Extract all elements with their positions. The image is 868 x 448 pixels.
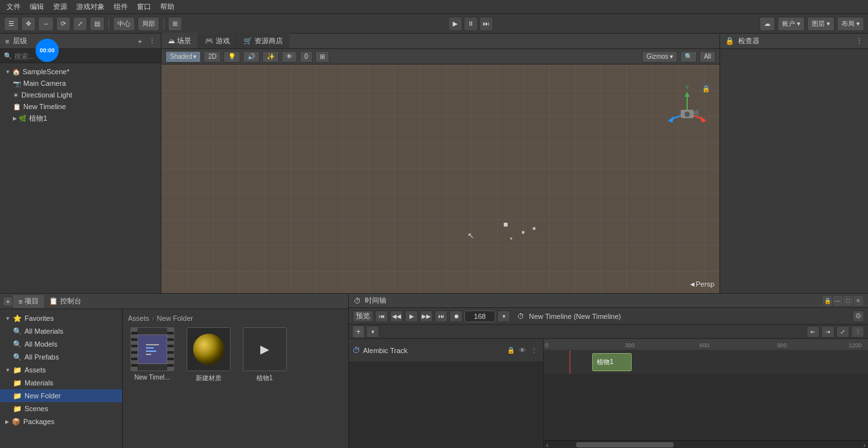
tl-dropdown-arrow[interactable]: ▾ [497,311,510,322]
tl-track-zoom-btn[interactable]: ⤢ [836,326,849,338]
proj-assets[interactable]: ▼ 📁 Assets [0,363,122,376]
scene-gizmo[interactable]: 🔒 Y [661,84,713,136]
asset-new-timeline[interactable]: New Timel... [128,327,176,383]
hierarchy-add-btn[interactable]: + [138,37,142,45]
tab-project[interactable]: ≡ 项目 [13,295,43,308]
new-folder-label: New Folder [25,392,61,400]
transform-move[interactable]: ✥ [21,17,36,31]
transform-rect[interactable]: ⤢ [73,17,87,31]
tl-min-btn[interactable]: — [833,296,842,305]
tl-track-settings-btn[interactable]: ⋮ [851,326,864,338]
center-btn[interactable]: 中心 [113,17,135,31]
layout-btn[interactable]: 布局 ▾ [837,17,864,31]
breadcrumb-folder[interactable]: New Folder [157,314,193,322]
tl-record-btn[interactable]: ⏺ [450,311,462,322]
hier-item-plant[interactable]: ▶ 🌿 植物1 [0,112,161,124]
tl-playhead[interactable] [570,351,570,374]
proj-all-models[interactable]: 🔍 All Models [0,338,122,351]
menu-help[interactable]: 帮助 [156,1,178,13]
transform-scale[interactable]: ⟳ [56,17,70,31]
gizmos-btn[interactable]: Gizmos ▾ [642,51,677,63]
proj-all-prefabs[interactable]: 🔍 All Prefabs [0,351,122,363]
pause-button[interactable]: ⏸ [464,17,478,31]
search-scene-btn[interactable]: 🔍 [680,51,697,63]
tl-settings-btn[interactable]: ⚙ [852,311,864,322]
tab-game[interactable]: 🎮 游戏 [198,33,237,48]
2d-btn[interactable]: 2D [203,51,221,63]
menu-edit[interactable]: 编辑 [26,1,48,13]
grid-btn[interactable]: ⊞ [168,17,182,31]
scene-vis-btn[interactable]: 👁 [282,51,297,63]
transform-rotate[interactable]: ↔ [38,17,54,31]
tl-close-btn[interactable]: ✕ [854,296,863,305]
tl-add-track-btn[interactable]: + [353,326,364,338]
menu-file[interactable]: 文件 [3,1,25,13]
track-vis-btn[interactable]: 👁 [517,345,528,356]
breadcrumb-assets[interactable]: Assets [128,314,149,322]
lighting-btn[interactable]: 💡 [223,51,240,63]
all-btn[interactable]: All [699,51,716,63]
proj-favorites[interactable]: ▼ ⭐ Favorites [0,312,122,325]
track-lock-btn[interactable]: 🔒 [506,345,516,356]
tl-scroll-left[interactable]: ‹ [546,442,548,448]
asset-material[interactable]: 新建材质 [184,327,232,383]
search-icon-mod: 🔍 [13,340,22,349]
layers-btn[interactable]: 图层 ▾ [807,17,834,31]
hier-item-newtimeline[interactable]: 📋 New Timeline [0,101,161,112]
tl-next-btn[interactable]: ▶▶ [420,311,433,322]
tl-max-btn[interactable]: □ [843,296,852,305]
tab-console[interactable]: 📋 控制台 [44,295,87,308]
proj-all-materials[interactable]: 🔍 All Materials [0,325,122,338]
hierarchy-list: 00:00 ▼ 🏠 SampleScene* 📷 Main Camera ☀ D… [0,63,161,293]
asset-prefab[interactable]: ▶ 植物1 [240,327,289,383]
tl-clip-plant[interactable]: 植物1 [592,353,631,371]
clip-label: 植物1 [597,358,614,367]
proj-materials[interactable]: 📁 Materials [0,376,122,389]
menu-component[interactable]: 组件 [110,1,132,13]
tl-end-btn[interactable]: ⏭ [435,311,448,322]
menu-gameobject[interactable]: 游戏对象 [72,1,108,13]
hierarchy-menu-btn[interactable]: ⋮ [149,37,156,45]
add-asset-btn[interactable]: + [3,296,13,307]
proj-new-folder[interactable]: 📁 New Folder [0,389,122,402]
step-button[interactable]: ⏭ [479,17,493,31]
proj-scenes[interactable]: 📁 Scenes [0,402,122,415]
track-alembic[interactable]: ⏱ Alembic Track 🔒 👁 ⋮ [349,339,543,362]
render-stat-btn[interactable]: 0 [300,51,313,63]
tl-scrollbar[interactable]: › ‹ [544,440,868,448]
scene-viewport[interactable]: 🔒 Y [161,65,719,293]
tl-frame-input[interactable] [464,311,495,322]
lock-icon[interactable]: 🔒 [725,37,734,45]
hier-item-samplescene[interactable]: ▼ 🏠 SampleScene* [0,66,161,77]
transform-multi[interactable]: ▤ [90,17,105,31]
effects-btn[interactable]: ✨ [262,51,279,63]
tl-scroll-right[interactable]: › [863,442,865,448]
cloud-btn[interactable]: ☁ [760,17,775,31]
tl-play-btn[interactable]: ▶ [405,311,418,322]
tab-scene[interactable]: ⛰ 场景 [161,33,198,48]
account-btn[interactable]: 账户 ▾ [778,17,805,31]
play-button[interactable]: ▶ [448,17,462,31]
track-menu-btn[interactable]: ⋮ [529,345,539,356]
menu-window[interactable]: 窗口 [133,1,155,13]
menu-assets[interactable]: 资源 [49,1,71,13]
grid-scene-btn[interactable]: ⊞ [315,51,329,63]
shading-btn[interactable]: Shaded ▾ [165,51,201,63]
proj-packages[interactable]: ▶ 📦 Packages [0,415,122,428]
tl-start-btn[interactable]: ⏮ [375,311,388,322]
tab-asset-store[interactable]: 🛒 资源商店 [237,33,289,48]
tl-track-out-btn[interactable]: ⇥ [822,326,834,338]
transform-hand[interactable]: ☰ [4,17,19,31]
tl-lock-btn[interactable]: 🔒 [823,296,832,305]
tl-track-in-btn[interactable]: ⇤ [807,326,820,338]
local-btn[interactable]: 局部 [138,17,160,31]
tl-scroll-thumb[interactable] [576,442,674,447]
audio-btn[interactable]: 🔊 [243,51,260,63]
tl-prev-btn[interactable]: ◀◀ [390,311,403,322]
hier-item-maincamera[interactable]: 📷 Main Camera [0,77,161,89]
hier-item-directionallight[interactable]: ☀ Directional Light [0,89,161,101]
tl-track-ctrl-1[interactable]: ▾ [366,326,379,338]
gizmos-label: Gizmos [646,53,668,60]
play-group: ▶ ⏸ ⏭ [448,17,493,31]
inspector-menu[interactable]: ⋮ [856,37,863,45]
